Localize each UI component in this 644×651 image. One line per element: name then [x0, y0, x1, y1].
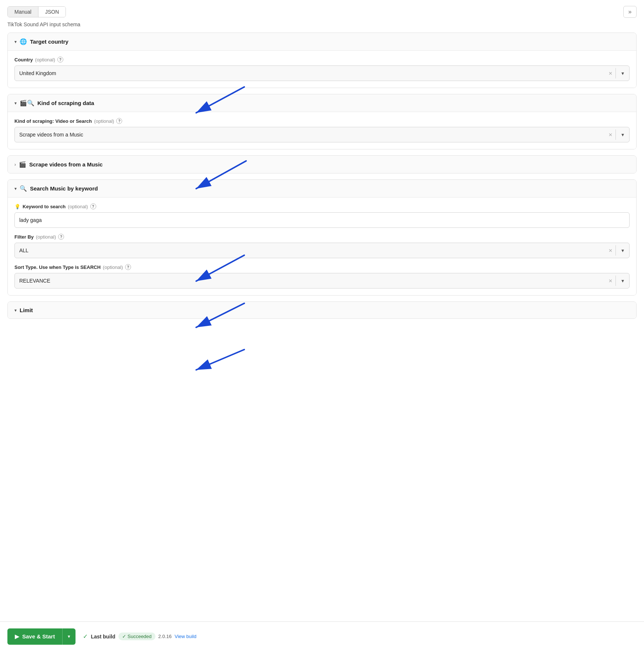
keyword-optional: (optional) [68, 204, 88, 209]
keyword-input[interactable] [14, 212, 630, 228]
scraping-type-label-text: Kind of scraping: Video or Search [14, 118, 92, 124]
country-label-text: Country [14, 57, 33, 63]
build-info: ✓ Last build ✓ Succeeded 2.0.16 View bui… [83, 633, 196, 640]
country-value: United Kingdom [15, 70, 606, 76]
scraping-kind-body: Kind of scraping: Video or Search (optio… [8, 112, 636, 149]
country-select[interactable]: United Kingdom ✕ ▾ [14, 65, 630, 81]
keyword-icon: 💡 [14, 204, 20, 209]
filter-by-dropdown-icon[interactable]: ▾ [616, 247, 629, 253]
search-music-icon: 🔍 [20, 185, 27, 192]
scraping-type-field-group: Kind of scraping: Video or Search (optio… [14, 118, 630, 142]
section-scraping-kind: ▾ 🎬🔍 Kind of scraping data Kind of scrap… [7, 94, 637, 149]
succeeded-badge: ✓ Succeeded [118, 633, 155, 640]
scraping-type-value: Scrape videos from a Music [15, 132, 606, 138]
sort-type-optional: (optional) [103, 264, 123, 270]
sort-type-field-group: Sort Type. Use when Type is SEARCH (opti… [14, 264, 630, 289]
chevron-right-icon: › [14, 162, 16, 167]
country-field-group: Country (optional) ? United Kingdom ✕ ▾ [14, 57, 630, 81]
target-country-icon: 🌐 [20, 38, 27, 45]
bottom-bar: ▶ Save & Start ▾ ✓ Last build ✓ Succeede… [0, 621, 644, 651]
play-icon: ▶ [15, 633, 19, 640]
filter-by-label: Filter By (optional) ? [14, 234, 630, 240]
section-limit: ▾ Limit [7, 301, 637, 319]
scraping-type-label: Kind of scraping: Video or Search (optio… [14, 118, 630, 124]
svg-line-6 [196, 350, 244, 370]
filter-by-clear-icon[interactable]: ✕ [606, 248, 616, 253]
keyword-label-text: Keyword to search [23, 204, 66, 209]
keyword-help-icon[interactable]: ? [90, 203, 96, 209]
limit-title: Limit [20, 307, 33, 313]
scrape-videos-icon: 🎬 [19, 161, 26, 168]
country-clear-icon[interactable]: ✕ [606, 71, 616, 76]
section-scrape-videos: › 🎬 Scrape videos from a Music [7, 155, 637, 173]
scraping-kind-title: Kind of scraping data [37, 100, 94, 106]
section-search-music-header[interactable]: ▾ 🔍 Search Music by keyword [8, 180, 636, 197]
section-search-music: ▾ 🔍 Search Music by keyword 💡 Keyword to… [7, 179, 637, 296]
country-optional: (optional) [35, 57, 55, 63]
schema-label: TikTok Sound API input schema [0, 21, 644, 33]
filter-by-value: ALL [15, 247, 606, 253]
version-text: 2.0.16 [158, 634, 172, 639]
tab-group: Manual JSON [7, 6, 66, 17]
sort-type-dropdown-icon[interactable]: ▾ [616, 278, 629, 284]
scraping-type-clear-icon[interactable]: ✕ [606, 132, 616, 138]
sort-type-help-icon[interactable]: ? [125, 264, 131, 270]
filter-by-label-text: Filter By [14, 234, 34, 240]
chevron-down-icon: ▾ [14, 39, 17, 44]
last-build-label: Last build [91, 634, 115, 640]
scraping-type-select[interactable]: Scrape videos from a Music ✕ ▾ [14, 127, 630, 142]
filter-by-field-group: Filter By (optional) ? ALL ✕ ▾ [14, 234, 630, 258]
save-start-group: ▶ Save & Start ▾ [7, 628, 76, 645]
search-music-body: 💡 Keyword to search (optional) ? Filter … [8, 197, 636, 295]
section-target-country: ▾ 🌐 Target country Country (optional) ? … [7, 33, 637, 88]
chevron-down-icon-2: ▾ [14, 101, 17, 106]
keyword-label: 💡 Keyword to search (optional) ? [14, 203, 630, 209]
country-help-icon[interactable]: ? [57, 57, 63, 63]
sort-type-clear-icon[interactable]: ✕ [606, 278, 616, 284]
sort-type-label-text: Sort Type. Use when Type is SEARCH [14, 264, 101, 270]
top-bar: Manual JSON » [0, 0, 644, 21]
scrape-videos-title: Scrape videos from a Music [29, 161, 103, 168]
chevron-down-icon-3: ▾ [14, 186, 17, 191]
target-country-body: Country (optional) ? United Kingdom ✕ ▾ [8, 50, 636, 88]
sort-type-label: Sort Type. Use when Type is SEARCH (opti… [14, 264, 630, 270]
succeeded-text: Succeeded [128, 634, 152, 639]
filter-by-optional: (optional) [36, 234, 56, 240]
sort-type-select[interactable]: RELEVANCE ✕ ▾ [14, 273, 630, 289]
section-scraping-kind-header[interactable]: ▾ 🎬🔍 Kind of scraping data [8, 94, 636, 112]
keyword-field-group: 💡 Keyword to search (optional) ? [14, 203, 630, 228]
scraping-type-optional: (optional) [94, 118, 114, 124]
sort-type-value: RELEVANCE [15, 278, 606, 284]
main-content: ▾ 🌐 Target country Country (optional) ? … [0, 33, 644, 319]
chevron-down-icon-4: ▾ [14, 308, 17, 313]
view-build-link[interactable]: View build [175, 634, 197, 639]
scraping-type-help-icon[interactable]: ? [116, 118, 122, 124]
succeeded-check-icon: ✓ [122, 634, 126, 639]
filter-by-select[interactable]: ALL ✕ ▾ [14, 243, 630, 258]
scraping-type-dropdown-icon[interactable]: ▾ [616, 132, 629, 138]
search-music-title: Search Music by keyword [30, 185, 98, 192]
section-limit-header[interactable]: ▾ Limit [8, 302, 636, 318]
country-label: Country (optional) ? [14, 57, 630, 63]
dropdown-arrow-icon: ▾ [68, 634, 70, 639]
section-scrape-videos-header[interactable]: › 🎬 Scrape videos from a Music [8, 156, 636, 173]
expand-button[interactable]: » [623, 6, 637, 18]
save-start-button[interactable]: ▶ Save & Start [7, 628, 62, 645]
country-dropdown-icon[interactable]: ▾ [616, 70, 629, 76]
filter-by-help-icon[interactable]: ? [58, 234, 64, 240]
scraping-kind-icon: 🎬🔍 [20, 99, 34, 107]
save-start-dropdown-button[interactable]: ▾ [62, 628, 76, 645]
section-target-country-header[interactable]: ▾ 🌐 Target country [8, 33, 636, 50]
check-icon: ✓ [83, 633, 88, 640]
target-country-title: Target country [30, 38, 68, 45]
save-start-label: Save & Start [22, 633, 55, 640]
tab-manual[interactable]: Manual [8, 7, 38, 17]
tab-json[interactable]: JSON [38, 7, 66, 17]
